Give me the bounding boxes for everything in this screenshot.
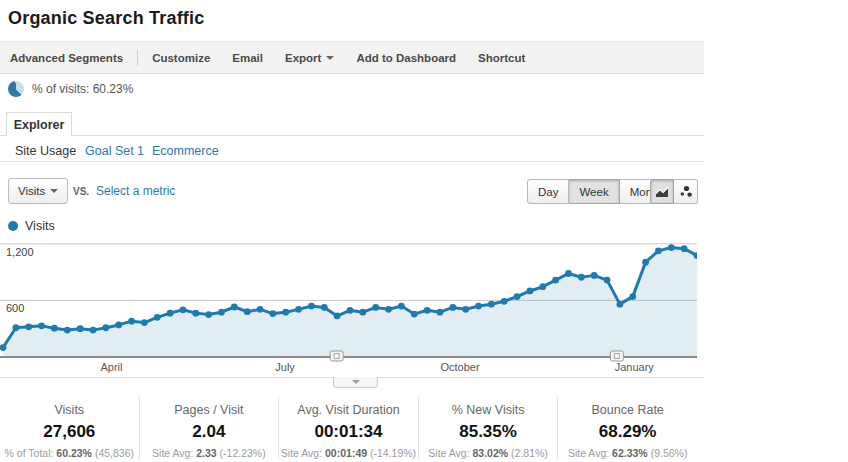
advanced-segments-button[interactable]: Advanced Segments	[10, 52, 123, 64]
chevron-down-icon	[326, 56, 334, 60]
subnav-ecommerce[interactable]: Ecommerce	[152, 144, 219, 158]
subnav-border	[0, 161, 704, 162]
metric-label: % New Visits	[419, 403, 558, 417]
data-point[interactable]	[552, 277, 559, 284]
x-axis-tick-label: April	[101, 361, 123, 373]
pie-chart-icon	[8, 81, 24, 97]
data-point[interactable]	[449, 304, 456, 311]
customize-button[interactable]: Customize	[152, 52, 210, 64]
data-point[interactable]	[154, 314, 161, 321]
area-chart-icon	[655, 186, 669, 198]
data-point[interactable]	[655, 247, 662, 254]
chart-legend: Visits	[8, 219, 55, 233]
data-point[interactable]	[141, 319, 148, 326]
metric-comparison: Site Avg: 62.33% (9.56%)	[558, 447, 697, 459]
data-point[interactable]	[501, 298, 508, 305]
metric-card: % New Visits85.35%Site Avg: 83.02% (2.81…	[418, 397, 558, 459]
data-point[interactable]	[411, 311, 418, 318]
report-toolbar: Advanced Segments Customize Email Export…	[0, 41, 704, 74]
subnav-goal-set-1[interactable]: Goal Set 1	[85, 144, 144, 158]
data-point[interactable]	[681, 245, 688, 252]
data-point[interactable]	[308, 303, 315, 310]
data-point[interactable]	[334, 313, 341, 320]
data-point[interactable]	[321, 304, 328, 311]
data-point[interactable]	[102, 324, 109, 331]
x-axis-tick-label: January	[615, 361, 655, 373]
data-point[interactable]	[257, 306, 264, 313]
percent-of-visits-summary: % of visits: 60.23%	[8, 81, 133, 97]
data-point[interactable]	[578, 274, 585, 281]
chart-type-toggle	[650, 179, 698, 204]
metric-comparison: Site Avg: 00:01:49 (-14.19%)	[279, 447, 418, 459]
timeline-slider-handle[interactable]	[330, 351, 343, 361]
subnav-site-usage[interactable]: Site Usage	[15, 144, 76, 158]
data-point[interactable]	[488, 301, 495, 308]
metric-value: 85.35%	[419, 422, 558, 442]
data-point[interactable]	[475, 303, 482, 310]
data-point[interactable]	[64, 327, 71, 334]
visits-over-time-chart[interactable]: 6001,200AprilJulyOctoberJanuary	[0, 240, 697, 375]
metric-dropdown[interactable]: Visits	[8, 178, 68, 204]
data-point[interactable]	[591, 272, 598, 279]
data-point[interactable]	[90, 327, 97, 334]
tab-explorer[interactable]: Explorer	[6, 112, 72, 136]
data-point[interactable]	[565, 270, 572, 277]
data-point[interactable]	[295, 306, 302, 313]
data-point[interactable]	[424, 307, 431, 314]
data-point[interactable]	[231, 304, 238, 311]
data-point[interactable]	[629, 293, 636, 300]
y-axis-tick-label: 1,200	[6, 246, 34, 258]
data-point[interactable]	[527, 288, 534, 295]
data-point[interactable]	[167, 310, 174, 317]
data-point[interactable]	[462, 306, 469, 313]
data-point[interactable]	[180, 306, 187, 313]
percent-of-visits-label: % of visits: 60.23%	[32, 82, 133, 96]
data-point[interactable]	[38, 322, 45, 329]
data-point[interactable]	[359, 309, 366, 316]
data-point[interactable]	[668, 244, 675, 251]
data-point[interactable]	[372, 304, 379, 311]
data-point[interactable]	[269, 310, 276, 317]
data-point[interactable]	[192, 310, 199, 317]
metric-label: Avg. Visit Duration	[279, 403, 418, 417]
email-button[interactable]: Email	[232, 52, 263, 64]
data-point[interactable]	[51, 325, 58, 332]
data-point[interactable]	[218, 309, 225, 316]
legend-series-dot	[8, 221, 18, 231]
toolbar-divider	[137, 50, 138, 66]
chevron-down-icon	[352, 380, 360, 384]
metric-value: 00:01:34	[279, 422, 418, 442]
metric-comparison: Site Avg: 83.02% (2.81%)	[419, 447, 558, 459]
metric-value: 68.29%	[558, 422, 697, 442]
data-point[interactable]	[128, 318, 135, 325]
line-chart-button[interactable]	[650, 179, 674, 204]
export-dropdown-button[interactable]: Export	[285, 52, 334, 64]
data-point[interactable]	[642, 259, 649, 266]
granularity-week-button[interactable]: Week	[569, 179, 619, 204]
data-point[interactable]	[25, 323, 32, 330]
data-point[interactable]	[347, 307, 354, 314]
metric-card: Avg. Visit Duration00:01:34Site Avg: 00:…	[278, 397, 418, 459]
data-point[interactable]	[77, 325, 84, 332]
data-point[interactable]	[12, 324, 19, 331]
data-point[interactable]	[282, 309, 289, 316]
data-point[interactable]	[437, 309, 444, 316]
add-to-dashboard-button[interactable]: Add to Dashboard	[356, 52, 456, 64]
data-point[interactable]	[115, 322, 122, 329]
collapse-chart-button[interactable]	[333, 377, 378, 388]
data-point[interactable]	[385, 306, 392, 313]
motion-chart-button[interactable]	[674, 179, 698, 204]
data-point[interactable]	[244, 308, 251, 315]
select-a-metric-link[interactable]: Select a metric	[96, 184, 175, 198]
shortcut-button[interactable]: Shortcut	[478, 52, 525, 64]
data-point[interactable]	[539, 283, 546, 290]
data-point[interactable]	[205, 311, 212, 318]
timeline-slider-handle[interactable]	[610, 351, 623, 361]
metric-card: Pages / Visit2.04Site Avg: 2.33 (-12.23%…	[139, 397, 279, 459]
data-point[interactable]	[604, 277, 611, 284]
data-point[interactable]	[616, 301, 623, 308]
data-point[interactable]	[398, 303, 405, 310]
data-point[interactable]	[514, 293, 521, 300]
metric-card: Bounce Rate68.29%Site Avg: 62.33% (9.56%…	[557, 397, 697, 459]
granularity-day-button[interactable]: Day	[527, 179, 569, 204]
